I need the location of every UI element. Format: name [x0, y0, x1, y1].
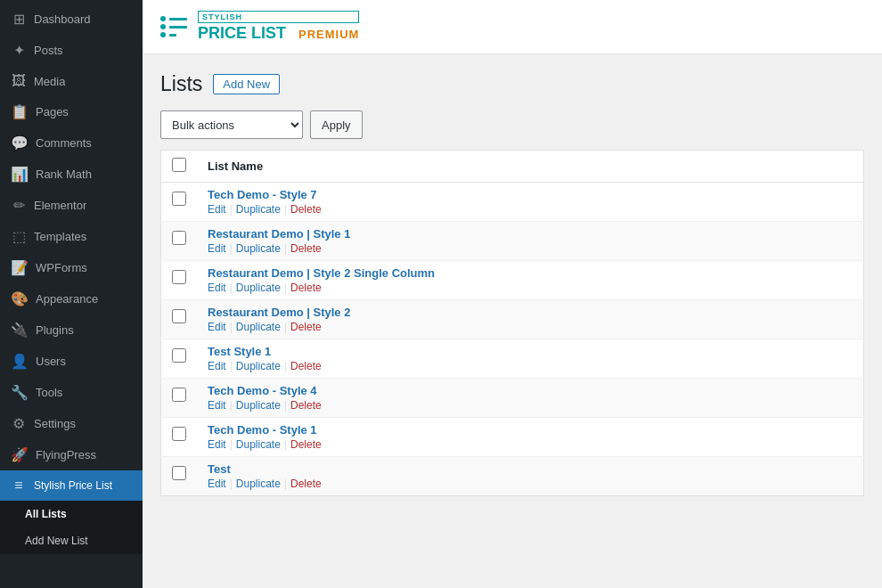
sidebar-item-label: Pages — [36, 105, 69, 118]
sidebar-item-media[interactable]: 🖼 Media — [0, 66, 143, 96]
row-checkbox[interactable] — [172, 388, 186, 402]
edit-link[interactable]: Edit — [208, 438, 226, 451]
table-row: Tech Demo - Style 1 Edit | Duplicate | D… — [161, 418, 864, 457]
main-content: STYLISH PRICE LIST PREMIUM Lists Add New… — [143, 0, 882, 588]
sidebar-item-users[interactable]: 👤 Users — [0, 346, 143, 377]
sidebar-item-add-new-list[interactable]: Add New List — [0, 527, 143, 554]
sidebar-item-dashboard[interactable]: ⊞ Dashboard — [0, 4, 143, 35]
edit-link[interactable]: Edit — [208, 203, 226, 216]
table-row: Tech Demo - Style 4 Edit | Duplicate | D… — [161, 379, 864, 418]
edit-link[interactable]: Edit — [208, 242, 226, 255]
delete-link[interactable]: Delete — [290, 242, 322, 255]
sidebar-item-tools[interactable]: 🔧 Tools — [0, 377, 143, 408]
row-checkbox[interactable] — [172, 270, 186, 284]
delete-link[interactable]: Delete — [290, 282, 322, 294]
sidebar-item-label: Elementor — [34, 199, 86, 212]
row-checkbox[interactable] — [172, 309, 186, 323]
sidebar-item-label: Templates — [34, 230, 86, 243]
sidebar-item-label: Rank Math — [36, 167, 92, 181]
bulk-actions-select[interactable]: Bulk actions — [160, 110, 303, 139]
sidebar-item-label: Stylish Price List — [34, 479, 112, 492]
list-name-link[interactable]: Test Style 1 — [208, 345, 853, 358]
sidebar-item-label: Media — [34, 75, 65, 88]
separator: | — [230, 203, 233, 216]
sidebar-item-all-lists[interactable]: All Lists — [0, 501, 143, 527]
sidebar-item-elementor[interactable]: ✏ Elementor — [0, 190, 143, 221]
row-actions: Edit | Duplicate | Delete — [208, 242, 853, 255]
list-name-link[interactable]: Restaurant Demo | Style 2 — [208, 306, 853, 319]
row-checkbox[interactable] — [172, 466, 186, 480]
logo-dot-3 — [160, 32, 166, 37]
delete-link[interactable]: Delete — [290, 321, 322, 333]
table-body: Tech Demo - Style 7 Edit | Duplicate | D… — [161, 183, 864, 496]
separator: | — [230, 438, 233, 451]
row-actions: Edit | Duplicate | Delete — [208, 282, 853, 294]
posts-icon: ✦ — [11, 42, 27, 59]
delete-link[interactable]: Delete — [290, 360, 322, 372]
row-checkbox[interactable] — [172, 427, 186, 441]
delete-link[interactable]: Delete — [290, 438, 322, 451]
sidebar-item-wpforms[interactable]: 📝 WPForms — [0, 252, 143, 283]
select-all-checkbox[interactable] — [172, 158, 186, 172]
list-name-link[interactable]: Tech Demo - Style 7 — [208, 188, 853, 201]
list-name-link[interactable]: Tech Demo - Style 4 — [208, 384, 853, 397]
list-name-header: List Name — [197, 151, 864, 183]
row-actions: Edit | Duplicate | Delete — [208, 203, 853, 216]
sidebar-item-comments[interactable]: 💬 Comments — [0, 127, 143, 159]
sidebar-item-flyingpress[interactable]: 🚀 FlyingPress — [0, 439, 143, 470]
duplicate-link[interactable]: Duplicate — [236, 203, 281, 216]
separator: | — [284, 438, 287, 451]
duplicate-link[interactable]: Duplicate — [236, 399, 281, 412]
duplicate-link[interactable]: Duplicate — [236, 360, 281, 372]
separator: | — [284, 360, 287, 372]
apply-button[interactable]: Apply — [310, 110, 363, 139]
sidebar-item-posts[interactable]: ✦ Posts — [0, 35, 143, 66]
sidebar-item-pages[interactable]: 📋 Pages — [0, 96, 143, 127]
duplicate-link[interactable]: Duplicate — [236, 438, 281, 451]
row-checkbox[interactable] — [172, 348, 186, 363]
row-checkbox-cell — [161, 339, 198, 379]
edit-link[interactable]: Edit — [208, 282, 226, 294]
logo-line-1 — [160, 16, 187, 21]
row-name-cell: Tech Demo - Style 1 Edit | Duplicate | D… — [197, 418, 864, 457]
table-row: Restaurant Demo | Style 1 Edit | Duplica… — [161, 222, 864, 261]
delete-link[interactable]: Delete — [290, 478, 322, 490]
list-name-link[interactable]: Test — [208, 462, 853, 476]
lists-table: List Name Tech Demo - Style 7 Edit | Dup… — [160, 150, 864, 496]
edit-link[interactable]: Edit — [208, 478, 226, 490]
list-name-link[interactable]: Restaurant Demo | Style 1 — [208, 227, 853, 241]
bulk-actions-row: Bulk actions Apply — [160, 110, 864, 139]
edit-link[interactable]: Edit — [208, 399, 226, 412]
duplicate-link[interactable]: Duplicate — [236, 321, 281, 333]
list-name-link[interactable]: Restaurant Demo | Style 2 Single Column — [208, 266, 853, 280]
duplicate-link[interactable]: Duplicate — [236, 478, 281, 490]
sidebar-item-stylish-price-list[interactable]: ≡ Stylish Price List — [0, 470, 143, 501]
add-new-button[interactable]: Add New — [213, 74, 280, 94]
row-name-cell: Tech Demo - Style 4 Edit | Duplicate | D… — [197, 379, 864, 418]
duplicate-link[interactable]: Duplicate — [236, 282, 281, 294]
list-name-link[interactable]: Tech Demo - Style 1 — [208, 423, 853, 437]
row-checkbox-cell — [161, 418, 198, 457]
row-actions: Edit | Duplicate | Delete — [208, 438, 853, 451]
logo-line-3 — [160, 32, 187, 37]
separator: | — [284, 478, 287, 490]
row-checkbox[interactable] — [172, 231, 186, 245]
delete-link[interactable]: Delete — [290, 399, 322, 412]
sidebar-item-plugins[interactable]: 🔌 Plugins — [0, 314, 143, 346]
row-checkbox-cell — [161, 222, 198, 261]
sidebar-item-label: FlyingPress — [36, 448, 96, 461]
sidebar-item-rankmath[interactable]: 📊 Rank Math — [0, 159, 143, 190]
sidebar-item-label: Comments — [36, 136, 92, 150]
row-checkbox[interactable] — [172, 192, 186, 206]
flyingpress-icon: 🚀 — [11, 446, 29, 463]
sidebar-item-templates[interactable]: ⬚ Templates — [0, 221, 143, 252]
delete-link[interactable]: Delete — [290, 203, 322, 216]
plugin-premium-badge: PREMIUM — [298, 28, 359, 41]
edit-link[interactable]: Edit — [208, 360, 226, 372]
duplicate-link[interactable]: Duplicate — [236, 242, 281, 255]
edit-link[interactable]: Edit — [208, 321, 226, 333]
sidebar: ⊞ Dashboard ✦ Posts 🖼 Media 📋 Pages 💬 Co… — [0, 0, 143, 588]
sidebar-item-appearance[interactable]: 🎨 Appearance — [0, 283, 143, 314]
row-name-cell: Test Style 1 Edit | Duplicate | Delete — [197, 339, 864, 379]
sidebar-item-settings[interactable]: ⚙ Settings — [0, 408, 143, 439]
